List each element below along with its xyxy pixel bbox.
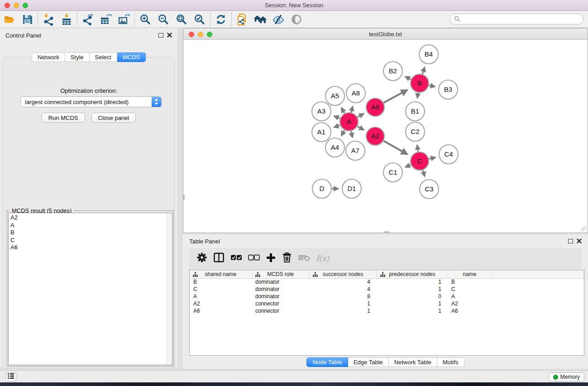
graph-edge-C-C3[interactable] [423,170,425,176]
graph-node-A8[interactable]: A8 [346,84,365,103]
graph-node-D1[interactable]: D1 [342,179,361,198]
table-cell[interactable]: connector [252,300,309,307]
column-header-successor-nodes[interactable]: successor nodes [309,270,377,278]
tab-select[interactable]: Select [90,52,117,62]
table-cell[interactable]: 8 [309,293,377,300]
table-cell[interactable]: A2 [448,300,492,307]
graph-node-B[interactable]: B [411,74,429,92]
graph-edge-A-A3[interactable] [334,116,340,118]
column-header-shared-name[interactable]: shared name [190,270,252,278]
import-network-button[interactable] [39,12,57,27]
graph-edge-B-B1[interactable] [417,93,418,98]
delete-column-button[interactable] [282,251,292,266]
graph-edge-B-B4[interactable] [422,67,425,74]
graph-edge-C-C2[interactable] [417,145,418,152]
network-zoom-button[interactable] [207,32,212,37]
zoom-selected-button[interactable] [191,12,209,27]
task-history-button[interactable] [5,372,16,381]
table-cell[interactable]: dominator [252,293,309,300]
export-image-button[interactable] [115,12,133,27]
table-cell[interactable]: A2 [190,300,252,307]
graph-edge-C-C4[interactable] [429,157,435,159]
graph-edge-A2-C[interactable] [383,141,407,154]
close-table-panel-icon[interactable] [577,238,582,245]
graph-node-A4[interactable]: A4 [325,138,344,157]
table-cell[interactable]: C [190,286,252,293]
close-panel-button[interactable]: Close panel [91,113,136,123]
export-table-button[interactable] [97,12,115,27]
table-cell[interactable]: A [448,293,492,300]
graph-node-C2[interactable]: C2 [406,122,425,141]
graph-edge-C-C1[interactable] [405,165,411,167]
function-builder-button[interactable]: f(x) [316,251,329,266]
graph-node-B2[interactable]: B2 [383,62,402,81]
graph-node-A7[interactable]: A7 [346,141,365,160]
tab-style[interactable]: Style [65,52,90,62]
window-resize-grip[interactable] [581,226,587,232]
mcds-result-item[interactable]: A [10,222,172,229]
table-cell[interactable]: 1 [377,300,448,307]
column-header-name[interactable]: name [448,270,492,278]
float-table-panel-icon[interactable] [568,239,573,243]
graph-edge-B-B3[interactable] [429,86,435,87]
graph-node-A3[interactable]: A3 [312,102,331,121]
tab-node-table[interactable]: Node Table [306,357,348,367]
delete-table-button[interactable] [298,251,310,266]
table-cell[interactable]: 1 [377,307,448,315]
first-neighbors-button[interactable] [251,12,269,27]
node-table[interactable]: shared nameMCDS rolesuccessor nodesprede… [189,270,584,356]
table-cell[interactable]: dominator [252,278,309,286]
splitter-handle[interactable] [384,231,389,233]
graph-edge-A-A6[interactable] [357,114,364,117]
graph-node-B1[interactable]: B1 [406,102,425,121]
split-table-button[interactable] [213,251,225,266]
zoom-fit-button[interactable] [172,12,191,27]
graph-node-B3[interactable]: B3 [439,80,458,99]
memory-button[interactable]: Memory [549,372,584,381]
splitter-handle[interactable] [183,195,185,200]
export-network-button[interactable] [79,12,97,27]
graph-edge-A6-B[interactable] [383,90,407,103]
graph-node-A1[interactable]: A1 [312,123,331,142]
table-cell[interactable]: connector [252,307,309,315]
table-cell[interactable]: 1 [309,307,377,315]
graph-node-C4[interactable]: C4 [439,145,458,164]
table-cell[interactable]: A6 [190,307,252,315]
optimization-criterion-select[interactable]: largest connected component (directed) [20,96,162,107]
table-row[interactable]: Bdominator41B [190,278,584,286]
graph-edge-A-A5[interactable] [341,108,344,114]
mcds-result-item[interactable]: A2 [10,214,172,222]
table-cell[interactable]: B [190,278,252,286]
table-row[interactable]: A2connector11A2 [190,300,584,307]
table-cell[interactable]: 1 [377,286,448,293]
graph-edge-A-A8[interactable] [351,106,353,113]
mcds-result-item[interactable]: C [10,237,172,244]
tab-motifs[interactable]: Motifs [437,357,464,367]
table-row[interactable]: Cdominator41C [190,286,584,293]
graph-node-C3[interactable]: C3 [420,180,439,199]
open-session-button[interactable] [0,12,18,27]
graph-edge-A-A2[interactable] [357,126,364,130]
zoom-window-button[interactable] [23,3,28,8]
show-all-button[interactable] [287,12,306,27]
table-row[interactable]: Adominator80A [190,293,584,300]
graph-node-C[interactable]: C [411,152,429,170]
result-scrollbar[interactable] [167,213,172,365]
zoom-out-button[interactable] [154,12,172,27]
mcds-result-item[interactable]: B [10,229,172,237]
float-panel-icon[interactable] [158,33,163,38]
graph-edge-A-A4[interactable] [341,130,344,136]
table-cell[interactable]: 1 [309,300,377,307]
new-network-from-selection-button[interactable] [233,12,251,27]
graph-node-A5[interactable]: A5 [325,86,344,105]
mcds-result-list[interactable]: A2ABCA6 [8,213,172,365]
table-cell[interactable]: C [448,286,492,293]
table-cell[interactable]: A [190,293,252,300]
minimize-window-button[interactable] [14,3,19,8]
network-canvas[interactable]: B4B2BB3A5A8A6B1A3AA1C2A2A4A7CC4C1C3DD1 [183,40,588,233]
graph-node-B4[interactable]: B4 [419,45,438,64]
graph-edge-A-A7[interactable] [351,131,352,138]
graph-node-A2[interactable]: A2 [366,127,384,145]
create-column-button[interactable] [266,251,276,266]
network-minimize-button[interactable] [198,32,203,37]
